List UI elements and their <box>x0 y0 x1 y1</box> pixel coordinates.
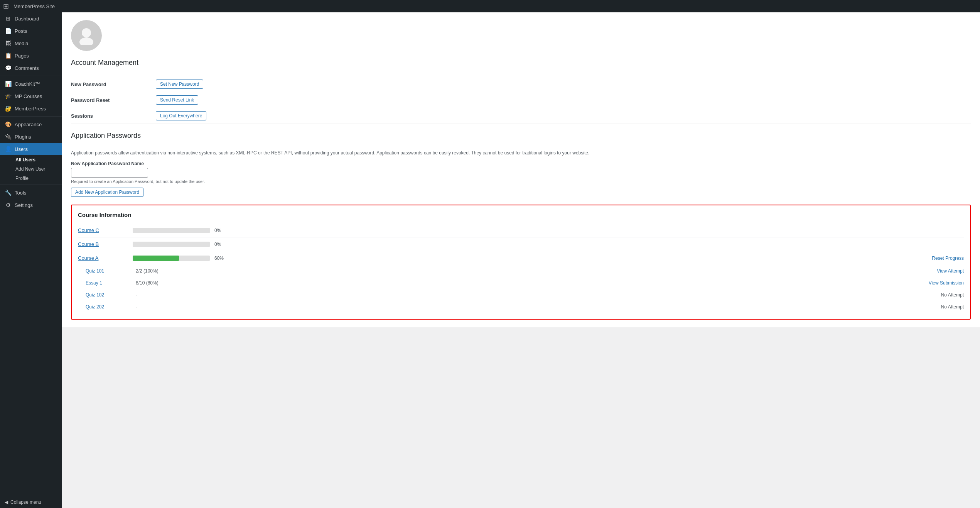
wp-logo-icon: ⊞ <box>3 2 9 10</box>
sidebar-item-memberpress[interactable]: 🔐 MemberPress <box>0 102 62 115</box>
account-management-title: Account Management <box>71 59 971 70</box>
sidebar-item-pages[interactable]: 📋 Pages <box>0 49 62 62</box>
avatar <box>71 20 102 51</box>
view-submission-link[interactable]: View Submission <box>929 280 964 286</box>
sidebar-item-coachkit[interactable]: 📊 CoachKit™ <box>0 78 62 90</box>
view-attempt-link-quiz101[interactable]: View Attempt <box>937 268 964 274</box>
sidebar-item-tools[interactable]: 🔧 Tools <box>0 186 62 199</box>
user-avatar-icon <box>77 26 96 45</box>
app-password-field-label: New Application Password Name <box>71 161 971 166</box>
sidebar-item-appearance[interactable]: 🎨 Appearance <box>0 118 62 130</box>
course-a-name[interactable]: Course A <box>78 255 128 261</box>
quiz-102-row: Quiz 102 - No Attempt <box>78 289 964 301</box>
course-a-progress-bar-fill <box>133 256 179 261</box>
avatar-section <box>71 20 971 51</box>
media-icon: 🖼 <box>5 40 12 46</box>
new-password-label: New Password <box>71 81 156 87</box>
quiz-102-name[interactable]: Quiz 102 <box>86 292 136 298</box>
dashboard-icon: ⊞ <box>5 15 12 22</box>
essay-1-score: 8/10 (80%) <box>136 280 929 286</box>
essay-1-name[interactable]: Essay 1 <box>86 280 136 286</box>
quiz-101-name[interactable]: Quiz 101 <box>86 268 136 274</box>
course-a-progress-text: 60% <box>214 256 234 261</box>
app-password-name-input[interactable] <box>71 168 148 178</box>
sidebar-item-users[interactable]: 👤 Users <box>0 143 62 155</box>
course-a-progress-area: 60% <box>133 256 927 261</box>
site-name: MemberPress Site <box>13 3 55 9</box>
course-c-progress-bar-bg <box>133 228 210 233</box>
course-a-action: Reset Progress <box>932 255 964 261</box>
svg-point-0 <box>82 28 91 37</box>
app-passwords-description: Application passwords allow authenticati… <box>71 149 971 156</box>
password-reset-row: Password Reset Send Reset Link <box>71 92 971 108</box>
app-passwords-title: Application Passwords <box>71 132 971 143</box>
pages-icon: 📋 <box>5 52 12 59</box>
course-b-progress-text: 0% <box>214 242 234 247</box>
sidebar-item-posts[interactable]: 📄 Posts <box>0 25 62 37</box>
quiz-102-action: No Attempt <box>941 292 964 298</box>
sidebar-item-dashboard[interactable]: ⊞ Dashboard <box>0 12 62 25</box>
course-c-progress-text: 0% <box>214 228 234 233</box>
course-b-progress-area: 0% <box>133 242 964 247</box>
plugins-icon: 🔌 <box>5 134 12 140</box>
tools-icon: 🔧 <box>5 190 12 196</box>
course-c-name[interactable]: Course C <box>78 227 128 233</box>
appearance-icon: 🎨 <box>5 121 12 127</box>
quiz-202-no-attempt: No Attempt <box>941 304 964 310</box>
app-password-field-hint: Required to create an Application Passwo… <box>71 179 971 184</box>
quiz-101-action: View Attempt <box>937 268 964 274</box>
password-reset-label: Password Reset <box>71 97 156 103</box>
quiz-202-name[interactable]: Quiz 202 <box>86 304 136 310</box>
new-password-control: Set New Password <box>156 80 971 89</box>
quiz-202-row: Quiz 202 - No Attempt <box>78 301 964 313</box>
quiz-202-action: No Attempt <box>941 304 964 310</box>
course-a-progress-bar-bg <box>133 256 210 261</box>
course-information-section: Course Information Course C 0% Course B <box>71 205 971 320</box>
main-content: Account Management New Password Set New … <box>62 12 980 508</box>
quiz-202-score: - <box>136 304 941 310</box>
set-new-password-button[interactable]: Set New Password <box>156 80 203 89</box>
svg-point-1 <box>79 37 93 45</box>
sessions-control: Log Out Everywhere <box>156 111 971 120</box>
users-submenu: All Users Add New User Profile <box>0 155 62 183</box>
course-row-b: Course B 0% <box>78 237 964 251</box>
add-new-app-password-button[interactable]: Add New Application Password <box>71 188 143 197</box>
sidebar-divider-2 <box>0 116 62 117</box>
sidebar-sub-add-new-user[interactable]: Add New User <box>11 164 62 174</box>
sidebar-item-mp-courses[interactable]: 🎓 MP Courses <box>0 90 62 102</box>
quiz-101-score: 2/2 (100%) <box>136 268 937 274</box>
sessions-row: Sessions Log Out Everywhere <box>71 108 971 124</box>
sidebar-item-settings[interactable]: ⚙ Settings <box>0 199 62 211</box>
send-reset-link-button[interactable]: Send Reset Link <box>156 95 198 105</box>
sidebar-item-comments[interactable]: 💬 Comments <box>0 62 62 74</box>
password-reset-control: Send Reset Link <box>156 95 971 105</box>
sidebar-item-media[interactable]: 🖼 Media <box>0 37 62 49</box>
course-b-name[interactable]: Course B <box>78 241 128 247</box>
collapse-menu-button[interactable]: ◀ Collapse menu <box>0 496 62 508</box>
course-c-progress-area: 0% <box>133 228 964 233</box>
course-row-c: Course C 0% <box>78 224 964 237</box>
essay-1-row: Essay 1 8/10 (80%) View Submission <box>78 277 964 289</box>
content-area: Account Management New Password Set New … <box>62 12 980 327</box>
top-bar: ⊞ MemberPress Site <box>0 0 980 12</box>
settings-icon: ⚙ <box>5 202 12 208</box>
reset-progress-link[interactable]: Reset Progress <box>932 256 964 261</box>
course-info-title: Course Information <box>78 212 964 218</box>
memberpress-icon: 🔐 <box>5 105 12 112</box>
sidebar-item-plugins[interactable]: 🔌 Plugins <box>0 130 62 143</box>
sidebar-sub-all-users[interactable]: All Users <box>11 155 62 164</box>
course-row-a: Course A 60% Reset Progress <box>78 251 964 265</box>
sessions-label: Sessions <box>71 113 156 119</box>
new-password-row: New Password Set New Password <box>71 76 971 92</box>
log-out-everywhere-button[interactable]: Log Out Everywhere <box>156 111 206 120</box>
sidebar: ⊞ Dashboard 📄 Posts 🖼 Media 📋 Pages 💬 Co… <box>0 12 62 508</box>
quiz-102-score: - <box>136 292 941 298</box>
essay-1-action: View Submission <box>929 280 964 286</box>
sidebar-divider <box>0 76 62 76</box>
quiz-102-no-attempt: No Attempt <box>941 292 964 298</box>
quiz-101-row: Quiz 101 2/2 (100%) View Attempt <box>78 265 964 277</box>
mp-courses-icon: 🎓 <box>5 93 12 99</box>
sidebar-sub-profile[interactable]: Profile <box>11 174 62 183</box>
comments-icon: 💬 <box>5 65 12 71</box>
collapse-icon: ◀ <box>5 500 8 505</box>
